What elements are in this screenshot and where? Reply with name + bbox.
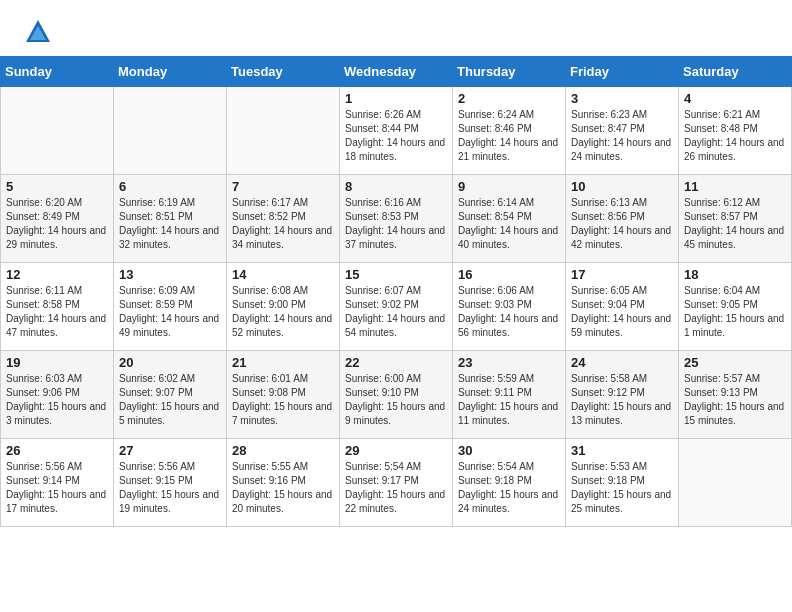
day-info: Sunrise: 5:58 AMSunset: 9:12 PMDaylight:… <box>571 372 673 428</box>
day-number: 14 <box>232 267 334 282</box>
column-header-sunday: Sunday <box>1 57 114 87</box>
calendar-table: SundayMondayTuesdayWednesdayThursdayFrid… <box>0 56 792 527</box>
calendar-cell: 8Sunrise: 6:16 AMSunset: 8:53 PMDaylight… <box>340 175 453 263</box>
day-number: 6 <box>119 179 221 194</box>
week-row-4: 19Sunrise: 6:03 AMSunset: 9:06 PMDayligh… <box>1 351 792 439</box>
day-number: 12 <box>6 267 108 282</box>
day-number: 24 <box>571 355 673 370</box>
day-number: 9 <box>458 179 560 194</box>
day-number: 18 <box>684 267 786 282</box>
column-header-saturday: Saturday <box>679 57 792 87</box>
calendar-cell: 12Sunrise: 6:11 AMSunset: 8:58 PMDayligh… <box>1 263 114 351</box>
day-number: 13 <box>119 267 221 282</box>
day-number: 27 <box>119 443 221 458</box>
day-info: Sunrise: 6:06 AMSunset: 9:03 PMDaylight:… <box>458 284 560 340</box>
day-info: Sunrise: 6:20 AMSunset: 8:49 PMDaylight:… <box>6 196 108 252</box>
day-number: 30 <box>458 443 560 458</box>
day-info: Sunrise: 5:55 AMSunset: 9:16 PMDaylight:… <box>232 460 334 516</box>
day-info: Sunrise: 6:07 AMSunset: 9:02 PMDaylight:… <box>345 284 447 340</box>
day-info: Sunrise: 6:03 AMSunset: 9:06 PMDaylight:… <box>6 372 108 428</box>
day-number: 29 <box>345 443 447 458</box>
calendar-cell: 27Sunrise: 5:56 AMSunset: 9:15 PMDayligh… <box>114 439 227 527</box>
day-info: Sunrise: 6:08 AMSunset: 9:00 PMDaylight:… <box>232 284 334 340</box>
day-info: Sunrise: 6:17 AMSunset: 8:52 PMDaylight:… <box>232 196 334 252</box>
day-number: 8 <box>345 179 447 194</box>
day-number: 25 <box>684 355 786 370</box>
week-row-1: 1Sunrise: 6:26 AMSunset: 8:44 PMDaylight… <box>1 87 792 175</box>
calendar-cell: 21Sunrise: 6:01 AMSunset: 9:08 PMDayligh… <box>227 351 340 439</box>
day-info: Sunrise: 6:24 AMSunset: 8:46 PMDaylight:… <box>458 108 560 164</box>
day-info: Sunrise: 6:23 AMSunset: 8:47 PMDaylight:… <box>571 108 673 164</box>
day-number: 4 <box>684 91 786 106</box>
calendar-cell: 4Sunrise: 6:21 AMSunset: 8:48 PMDaylight… <box>679 87 792 175</box>
day-info: Sunrise: 5:54 AMSunset: 9:17 PMDaylight:… <box>345 460 447 516</box>
day-number: 26 <box>6 443 108 458</box>
calendar-cell: 16Sunrise: 6:06 AMSunset: 9:03 PMDayligh… <box>453 263 566 351</box>
day-number: 20 <box>119 355 221 370</box>
calendar-cell: 5Sunrise: 6:20 AMSunset: 8:49 PMDaylight… <box>1 175 114 263</box>
day-info: Sunrise: 6:02 AMSunset: 9:07 PMDaylight:… <box>119 372 221 428</box>
calendar-cell: 15Sunrise: 6:07 AMSunset: 9:02 PMDayligh… <box>340 263 453 351</box>
calendar-cell: 14Sunrise: 6:08 AMSunset: 9:00 PMDayligh… <box>227 263 340 351</box>
day-info: Sunrise: 6:19 AMSunset: 8:51 PMDaylight:… <box>119 196 221 252</box>
day-info: Sunrise: 5:59 AMSunset: 9:11 PMDaylight:… <box>458 372 560 428</box>
calendar-cell: 25Sunrise: 5:57 AMSunset: 9:13 PMDayligh… <box>679 351 792 439</box>
calendar-cell: 2Sunrise: 6:24 AMSunset: 8:46 PMDaylight… <box>453 87 566 175</box>
calendar-cell: 1Sunrise: 6:26 AMSunset: 8:44 PMDaylight… <box>340 87 453 175</box>
calendar-cell: 6Sunrise: 6:19 AMSunset: 8:51 PMDaylight… <box>114 175 227 263</box>
day-info: Sunrise: 5:56 AMSunset: 9:15 PMDaylight:… <box>119 460 221 516</box>
day-number: 5 <box>6 179 108 194</box>
day-info: Sunrise: 6:00 AMSunset: 9:10 PMDaylight:… <box>345 372 447 428</box>
calendar-cell: 7Sunrise: 6:17 AMSunset: 8:52 PMDaylight… <box>227 175 340 263</box>
day-info: Sunrise: 6:13 AMSunset: 8:56 PMDaylight:… <box>571 196 673 252</box>
day-number: 10 <box>571 179 673 194</box>
column-header-friday: Friday <box>566 57 679 87</box>
day-number: 3 <box>571 91 673 106</box>
calendar-cell: 24Sunrise: 5:58 AMSunset: 9:12 PMDayligh… <box>566 351 679 439</box>
day-number: 2 <box>458 91 560 106</box>
calendar-cell: 23Sunrise: 5:59 AMSunset: 9:11 PMDayligh… <box>453 351 566 439</box>
day-number: 31 <box>571 443 673 458</box>
calendar-cell: 17Sunrise: 6:05 AMSunset: 9:04 PMDayligh… <box>566 263 679 351</box>
day-info: Sunrise: 6:09 AMSunset: 8:59 PMDaylight:… <box>119 284 221 340</box>
calendar-cell <box>227 87 340 175</box>
day-info: Sunrise: 6:14 AMSunset: 8:54 PMDaylight:… <box>458 196 560 252</box>
day-info: Sunrise: 6:11 AMSunset: 8:58 PMDaylight:… <box>6 284 108 340</box>
calendar-cell: 20Sunrise: 6:02 AMSunset: 9:07 PMDayligh… <box>114 351 227 439</box>
day-info: Sunrise: 5:56 AMSunset: 9:14 PMDaylight:… <box>6 460 108 516</box>
column-header-monday: Monday <box>114 57 227 87</box>
calendar-cell: 19Sunrise: 6:03 AMSunset: 9:06 PMDayligh… <box>1 351 114 439</box>
column-header-tuesday: Tuesday <box>227 57 340 87</box>
column-header-thursday: Thursday <box>453 57 566 87</box>
calendar-cell: 9Sunrise: 6:14 AMSunset: 8:54 PMDaylight… <box>453 175 566 263</box>
calendar-cell: 31Sunrise: 5:53 AMSunset: 9:18 PMDayligh… <box>566 439 679 527</box>
day-number: 21 <box>232 355 334 370</box>
logo-icon <box>24 18 52 46</box>
day-info: Sunrise: 6:04 AMSunset: 9:05 PMDaylight:… <box>684 284 786 340</box>
day-number: 11 <box>684 179 786 194</box>
calendar-cell <box>114 87 227 175</box>
day-number: 1 <box>345 91 447 106</box>
day-number: 22 <box>345 355 447 370</box>
day-info: Sunrise: 5:57 AMSunset: 9:13 PMDaylight:… <box>684 372 786 428</box>
day-number: 28 <box>232 443 334 458</box>
day-info: Sunrise: 5:53 AMSunset: 9:18 PMDaylight:… <box>571 460 673 516</box>
day-info: Sunrise: 6:12 AMSunset: 8:57 PMDaylight:… <box>684 196 786 252</box>
logo <box>24 18 56 46</box>
calendar-cell <box>679 439 792 527</box>
day-info: Sunrise: 6:26 AMSunset: 8:44 PMDaylight:… <box>345 108 447 164</box>
day-number: 15 <box>345 267 447 282</box>
calendar-cell: 30Sunrise: 5:54 AMSunset: 9:18 PMDayligh… <box>453 439 566 527</box>
calendar-cell: 13Sunrise: 6:09 AMSunset: 8:59 PMDayligh… <box>114 263 227 351</box>
calendar-cell: 3Sunrise: 6:23 AMSunset: 8:47 PMDaylight… <box>566 87 679 175</box>
calendar-cell: 28Sunrise: 5:55 AMSunset: 9:16 PMDayligh… <box>227 439 340 527</box>
column-header-wednesday: Wednesday <box>340 57 453 87</box>
day-number: 17 <box>571 267 673 282</box>
calendar-cell: 18Sunrise: 6:04 AMSunset: 9:05 PMDayligh… <box>679 263 792 351</box>
day-number: 19 <box>6 355 108 370</box>
week-row-2: 5Sunrise: 6:20 AMSunset: 8:49 PMDaylight… <box>1 175 792 263</box>
day-number: 16 <box>458 267 560 282</box>
day-number: 7 <box>232 179 334 194</box>
calendar-header-row: SundayMondayTuesdayWednesdayThursdayFrid… <box>1 57 792 87</box>
week-row-3: 12Sunrise: 6:11 AMSunset: 8:58 PMDayligh… <box>1 263 792 351</box>
